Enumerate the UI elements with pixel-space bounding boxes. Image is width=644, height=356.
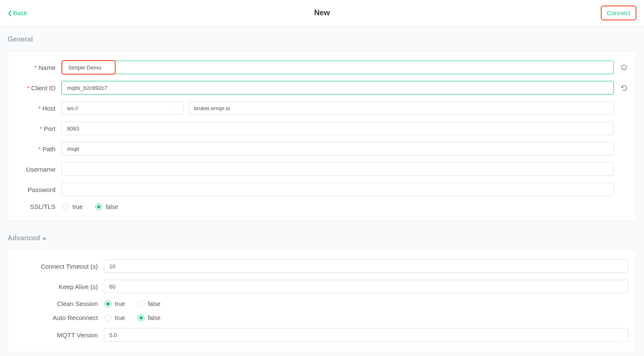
section-advanced-label: Advanced — [8, 234, 40, 242]
row-mqtt-version: MQTT Version 5.0 ⌵ — [16, 328, 628, 342]
mqtt-version-select[interactable]: 5.0 ⌵ — [104, 328, 628, 342]
row-clean-session: Clean Session true false — [16, 300, 628, 307]
label-port: Port — [16, 125, 56, 132]
keep-alive-input[interactable] — [104, 280, 628, 293]
radio-label: false — [148, 314, 161, 321]
row-host: Host ws:// ⌵ — [16, 101, 628, 115]
auto-reconnect-true-radio[interactable]: true — [105, 314, 125, 321]
row-username: Username — [16, 162, 628, 176]
protocol-value: ws:// — [67, 105, 78, 111]
password-input[interactable] — [61, 183, 614, 196]
radio-icon — [95, 203, 102, 210]
auto-reconnect-false-radio[interactable]: false — [138, 314, 161, 321]
client-id-input[interactable] — [61, 81, 614, 95]
radio-icon — [62, 203, 69, 210]
connect-button[interactable]: Connect — [601, 6, 636, 20]
row-client-id: Client ID — [16, 81, 628, 95]
row-connect-timeout: Connect Timeout (s) — [16, 259, 628, 273]
back-label: Back — [13, 9, 27, 17]
clean-session-radio-group: true false — [104, 300, 161, 307]
row-name: Name Simple Demo — [16, 61, 628, 74]
auto-reconnect-radio-group: true false — [104, 314, 161, 321]
path-input[interactable] — [61, 142, 614, 156]
page-body: General Name Simple Demo Client ID — [0, 26, 644, 356]
radio-label: false — [105, 203, 118, 210]
radio-icon — [138, 300, 144, 307]
row-ssl-tls: SSL/TLS true false — [16, 203, 628, 210]
label-clean-session: Clean Session — [16, 300, 98, 307]
label-auto-reconnect: Auto Reconnect — [16, 314, 98, 321]
username-input[interactable] — [61, 162, 614, 176]
radio-icon — [105, 300, 111, 307]
section-general-card: Name Simple Demo Client ID Host — [8, 51, 636, 221]
ssl-tls-false-radio[interactable]: false — [95, 203, 118, 210]
radio-label: false — [148, 300, 161, 307]
row-port: Port — [16, 122, 628, 135]
label-name: Name — [16, 64, 56, 71]
port-input[interactable] — [61, 122, 614, 135]
label-client-id: Client ID — [16, 84, 56, 92]
row-password: Password — [16, 183, 628, 196]
section-general-label: General — [8, 36, 636, 43]
mqtt-version-value: 5.0 — [109, 332, 117, 338]
ssl-tls-radio-group: true false — [61, 203, 118, 210]
row-path: Path — [16, 142, 628, 156]
name-input[interactable]: Simple Demo — [61, 61, 614, 74]
label-connect-timeout: Connect Timeout (s) — [16, 263, 98, 270]
chevron-down-icon: ⌵ — [620, 332, 623, 338]
chevron-down-icon: ⌵ — [175, 106, 178, 111]
connect-timeout-input[interactable] — [104, 259, 628, 273]
clean-session-true-radio[interactable]: true — [105, 300, 125, 307]
radio-icon — [138, 314, 144, 321]
label-mqtt-version: MQTT Version — [16, 331, 98, 339]
row-keep-alive: Keep Alive (s) — [16, 280, 628, 293]
header-bar: ❮ Back New Connect — [0, 0, 644, 26]
label-path: Path — [16, 145, 56, 153]
chevron-left-icon: ❮ — [8, 10, 12, 16]
radio-icon — [105, 314, 111, 321]
host-address-input[interactable] — [189, 101, 614, 115]
label-host: Host — [16, 105, 56, 112]
section-advanced-card: Connect Timeout (s) Keep Alive (s) Clean… — [8, 250, 636, 352]
radio-label: true — [115, 300, 125, 307]
row-auto-reconnect: Auto Reconnect true false — [16, 314, 628, 321]
name-input-value: Simple Demo — [61, 60, 116, 75]
label-username: Username — [16, 166, 56, 173]
clean-session-false-radio[interactable]: false — [138, 300, 161, 307]
page-title: New — [314, 8, 330, 17]
radio-label: true — [115, 314, 125, 321]
back-button[interactable]: ❮ Back — [8, 9, 27, 17]
ssl-tls-true-radio[interactable]: true — [62, 203, 83, 210]
protocol-select[interactable]: ws:// ⌵ — [61, 101, 183, 115]
caret-up-icon — [42, 237, 47, 239]
info-icon[interactable] — [620, 63, 628, 72]
label-ssl-tls: SSL/TLS — [16, 203, 56, 210]
refresh-icon[interactable] — [620, 83, 628, 92]
radio-label: true — [72, 203, 83, 210]
label-password: Password — [16, 186, 56, 193]
section-advanced-toggle[interactable]: Advanced — [8, 234, 47, 242]
label-keep-alive: Keep Alive (s) — [16, 283, 98, 290]
